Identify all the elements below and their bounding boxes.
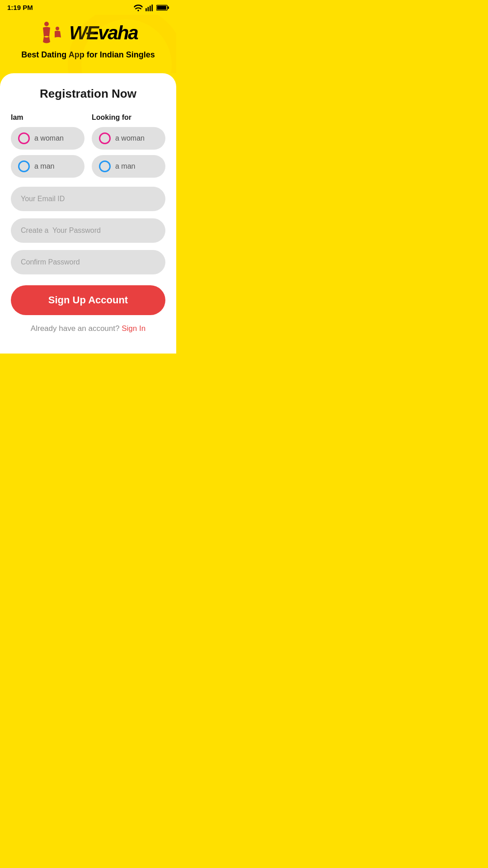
looking-for-label: Looking for xyxy=(92,113,165,122)
iam-man-radio xyxy=(18,160,30,172)
logo-figure-icon xyxy=(38,19,66,47)
time: 1:19 PM xyxy=(7,4,33,11)
logo-container: WEvaha xyxy=(38,19,137,47)
gender-selection-row: Iam a woman a man Looking for a woman a … xyxy=(11,113,165,183)
status-icons xyxy=(134,4,169,11)
iam-woman-radio xyxy=(18,132,30,144)
looking-for-man-radio xyxy=(99,160,111,172)
svg-rect-5 xyxy=(168,6,169,9)
logo-text: WEvaha xyxy=(69,22,137,44)
battery-icon xyxy=(156,4,169,11)
wifi-icon xyxy=(134,4,143,11)
looking-for-column: Looking for a woman a man xyxy=(92,113,165,183)
already-account-text: Already have an account? xyxy=(31,324,120,333)
email-field[interactable] xyxy=(11,187,165,211)
iam-column: Iam a woman a man xyxy=(11,113,84,183)
signup-button[interactable]: Sign Up Account xyxy=(11,285,165,315)
svg-rect-0 xyxy=(145,8,147,11)
status-bar: 1:19 PM xyxy=(0,0,176,15)
looking-for-woman-option[interactable]: a woman xyxy=(92,127,165,150)
looking-for-man-label: a man xyxy=(115,162,135,170)
header-section: WEvaha Best Dating App for Indian Single… xyxy=(0,15,176,73)
looking-for-man-option[interactable]: a man xyxy=(92,155,165,178)
svg-rect-2 xyxy=(150,5,151,11)
iam-label: Iam xyxy=(11,113,84,122)
form-card: Registration Now Iam a woman a man Looki… xyxy=(0,73,176,354)
svg-rect-6 xyxy=(157,5,166,9)
form-inputs xyxy=(11,187,165,282)
form-title: Registration Now xyxy=(11,87,165,101)
svg-rect-1 xyxy=(148,7,149,11)
signal-icon xyxy=(145,4,154,11)
iam-man-option[interactable]: a man xyxy=(11,155,84,178)
password-field[interactable] xyxy=(11,218,165,243)
confirm-password-field[interactable] xyxy=(11,250,165,274)
svg-point-8 xyxy=(56,27,59,30)
iam-man-label: a man xyxy=(34,162,54,170)
iam-woman-label: a woman xyxy=(34,134,64,142)
svg-rect-3 xyxy=(151,4,153,11)
signin-link[interactable]: Sign In xyxy=(122,324,145,333)
looking-for-woman-radio xyxy=(99,132,111,144)
tagline: Best Dating App for Indian Singles xyxy=(21,50,155,60)
iam-woman-option[interactable]: a woman xyxy=(11,127,84,150)
svg-point-7 xyxy=(44,22,49,26)
looking-for-woman-label: a woman xyxy=(115,134,145,142)
signin-row: Already have an account? Sign In xyxy=(11,324,165,333)
